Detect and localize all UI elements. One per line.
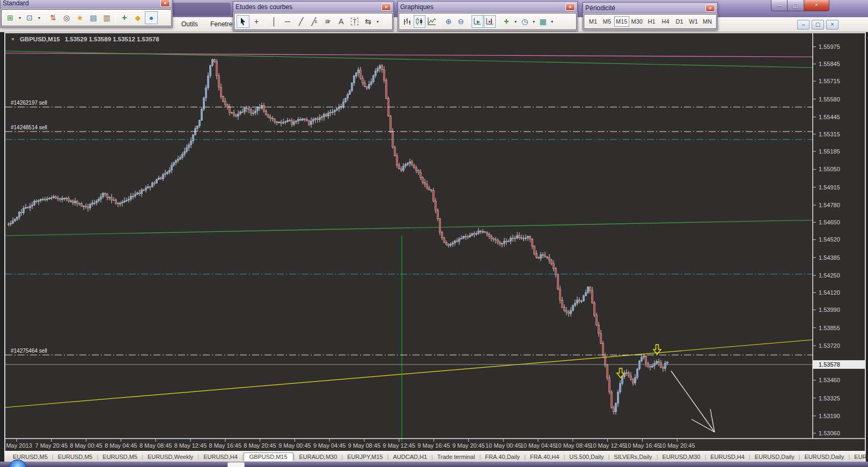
close-icon[interactable]: × — [160, 0, 170, 7]
arrows-tool-dropdown-icon[interactable]: ▾ — [375, 19, 380, 24]
period-d1[interactable]: D1 — [673, 16, 686, 27]
toolbar-separator — [115, 12, 116, 23]
cursor-icon[interactable] — [237, 15, 249, 28]
alerts-icon[interactable]: ◆ — [131, 11, 144, 24]
period-m30[interactable]: M30 — [630, 16, 645, 27]
crosshair-target-icon[interactable]: ◎ — [60, 11, 73, 24]
tab-gbpusd-m15[interactable]: GBPUSD,M15 — [244, 453, 293, 461]
current-price-box: 1.53578 — [819, 361, 840, 368]
favorites-icon[interactable]: ★ — [73, 11, 86, 24]
autotrading-icon[interactable]: ● — [145, 11, 158, 24]
templates-icon[interactable]: ▦ — [537, 15, 549, 28]
zoom-in-icon[interactable]: ⊕ — [443, 15, 454, 28]
toolbar-line-studies: Etudes des courbes × +│─╱╱E≡FAT⇆▾ — [233, 1, 394, 31]
period-h4[interactable]: H4 — [659, 16, 672, 27]
tab-fra-40-daily[interactable]: FRA.40,Daily — [481, 453, 524, 461]
profiles-icon[interactable]: ⊡ — [23, 11, 36, 24]
candlestick-chart-icon[interactable] — [414, 15, 425, 28]
time-tick-label: 9 May 04:45 — [313, 442, 346, 449]
time-tick-label: 9 May 20:45 — [452, 442, 485, 449]
tab-eurusd-m5[interactable]: EURUSD,M5 — [54, 453, 97, 461]
period-m1[interactable]: M1 — [586, 16, 600, 27]
terminal-icon[interactable]: ▤ — [87, 11, 100, 24]
data-window-icon[interactable]: ▥ — [100, 11, 113, 24]
period-h1[interactable]: H1 — [645, 16, 658, 27]
tab-eurusd-daily[interactable]: EURUSD,Daily — [800, 453, 849, 461]
maximize-button[interactable]: ▢ — [788, 0, 804, 11]
market-watch-icon[interactable]: ⇅ — [47, 11, 60, 24]
toolbar-charts: Graphiques × ⊕⊖+▾◷▾▦▾ — [398, 1, 578, 31]
close-icon[interactable]: × — [381, 3, 391, 11]
tab-euraud-m30[interactable]: EURAUD,M30 — [295, 453, 341, 461]
tab-us-500-daily[interactable]: US.500,Daily — [565, 453, 608, 461]
menu-fenetre[interactable]: Fenetre — [210, 20, 232, 28]
crosshair-icon[interactable]: + — [250, 15, 263, 28]
price-tick-label: 1.55580 — [819, 96, 840, 103]
auto-scroll-icon[interactable] — [472, 15, 483, 28]
text-label-icon[interactable]: T — [348, 15, 361, 28]
new-chart-icon[interactable]: ⊞ — [4, 11, 17, 24]
chart-plot[interactable]: #14262197 sell#14248514 sell#14275464 se… — [5, 33, 865, 451]
periods-icon[interactable]: ◷ — [519, 15, 531, 28]
tab-audcad-h1[interactable]: AUDCAD,H1 — [388, 453, 431, 461]
tab-eurjpy-m15[interactable]: EURJPY,M15 — [343, 453, 387, 461]
time-tick-label: 9 May 08:45 — [348, 442, 381, 449]
tab-eurusd-m5[interactable]: EURUSD,M5 — [98, 453, 142, 461]
tab-eurusd-h4[interactable]: EURUSD,H4 — [706, 453, 749, 461]
new-chart-dropdown-icon[interactable]: ▾ — [17, 16, 23, 20]
fibonacci-retracement-icon[interactable]: ≡F — [321, 15, 334, 28]
menu-outils[interactable]: Outils — [181, 20, 198, 28]
periods-dropdown-icon[interactable]: ▾ — [531, 19, 536, 24]
chart-restore-button[interactable]: ▢ — [812, 20, 824, 30]
symbol-dropdown-icon[interactable]: ▼ — [11, 37, 15, 42]
close-icon[interactable]: × — [705, 4, 715, 12]
tab-euru[interactable]: EURU — [850, 453, 868, 461]
window-controls: – ▢ × — [771, 0, 829, 11]
order-line-label: #14262197 sell — [11, 100, 47, 106]
price-tick-label: 1.55975 — [819, 43, 840, 50]
horizontal-line-icon[interactable]: ─ — [281, 15, 294, 28]
bar-chart-icon[interactable] — [401, 15, 413, 28]
templates-dropdown-icon[interactable]: ▾ — [549, 19, 555, 24]
minimize-button[interactable]: – — [771, 0, 788, 11]
tab-eurusd-weekly[interactable]: EURUSD,Weekly — [143, 453, 197, 461]
line-chart-icon[interactable] — [426, 15, 438, 28]
chart-minimize-button[interactable]: – — [797, 20, 810, 30]
arrows-tool-icon[interactable]: ⇆ — [362, 15, 374, 28]
indicators-icon[interactable]: + — [501, 15, 512, 28]
close-icon[interactable]: × — [565, 3, 575, 11]
tab-eurusd-daily[interactable]: EURUSD,Daily — [751, 453, 799, 461]
chart-shift-icon[interactable] — [484, 15, 496, 28]
tab-eurusd-h4[interactable]: EURUSD,H4 — [199, 453, 242, 461]
toolbar-title: Graphiques — [400, 3, 565, 11]
tab-trade-terminal[interactable]: Trade terminal — [433, 453, 480, 461]
price-tick-label: 1.53190 — [819, 413, 840, 419]
chart-close-button[interactable]: × — [826, 20, 838, 30]
chart-symbol-label: ▼ GBPUSD,M15 1.53529 1.53589 1.53512 1.5… — [11, 36, 159, 42]
period-m5[interactable]: M5 — [600, 16, 614, 27]
profiles-dropdown-icon[interactable]: ▾ — [36, 16, 42, 20]
equidistant-channel-icon[interactable]: ╱E — [308, 15, 321, 28]
close-button[interactable]: × — [804, 0, 829, 11]
price-tick-label: 1.55445 — [819, 114, 840, 120]
time-tick-label: 9 May 00:45 — [278, 442, 311, 449]
tab-eurusd-m5[interactable]: EURUSD,M5 — [9, 453, 52, 461]
period-m15[interactable]: M15 — [614, 16, 629, 27]
tab-fra-40-h4[interactable]: FRA.40,H4 — [526, 453, 563, 461]
vertical-line-icon[interactable]: │ — [268, 15, 281, 28]
order-line-label: #14248514 sell — [11, 125, 47, 130]
taskbar-item[interactable] — [227, 462, 245, 467]
tab-silvers-daily[interactable]: SILVERs,Daily — [609, 453, 656, 461]
time-tick-label: 7 May 2013 — [5, 442, 32, 449]
period-w1[interactable]: W1 — [687, 16, 700, 27]
tab-eurusd-m30[interactable]: EURUSD,M30 — [658, 453, 704, 461]
price-tick-label: 1.53720 — [819, 342, 840, 349]
new-order-icon[interactable]: + — [118, 11, 131, 24]
text-icon[interactable]: A — [335, 15, 348, 28]
trendline-icon[interactable]: ╱ — [295, 15, 307, 28]
toolbar-separator — [469, 16, 469, 27]
toolbar-title: Standard — [3, 0, 160, 7]
indicators-dropdown-icon[interactable]: ▾ — [513, 19, 518, 24]
zoom-out-icon[interactable]: ⊖ — [455, 15, 467, 28]
period-mn[interactable]: MN — [701, 16, 714, 27]
